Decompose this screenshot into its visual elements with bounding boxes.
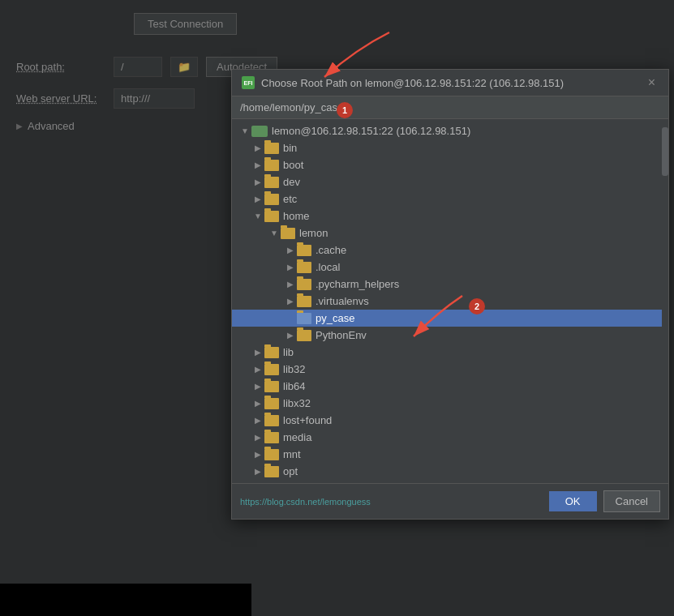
virtualenvs-folder-icon [297,296,311,307]
etc-arrow-icon: ▶ [251,195,264,203]
lib32-folder-icon [264,364,279,375]
dialog-title-bar: EFI Choose Root Path on lemon@106.12.98.… [232,70,668,96]
tree-item-etc[interactable]: ▶ etc [232,190,668,207]
annotation-badge-1: 1 [337,102,353,118]
mnt-label: mnt [283,448,301,460]
pythonenv-label: PythonEnv [316,329,367,341]
py-case-label: py_case [316,312,354,324]
lostfound-folder-icon [264,415,279,426]
lostfound-arrow-icon: ▶ [251,416,264,425]
lib32-arrow-icon: ▶ [251,365,264,374]
tree-item-lib64[interactable]: ▶ lib64 [232,378,668,395]
local-label: .local [316,261,340,273]
pythonenv-arrow-icon: ▶ [284,331,297,340]
home-arrow-icon: ▼ [251,212,264,220]
tree-item-lib[interactable]: ▶ lib [232,344,668,361]
dev-arrow-icon: ▶ [251,178,264,186]
virtualenvs-arrow-icon: ▶ [284,297,297,306]
tree-item-virtualenvs[interactable]: ▶ .virtualenvs [232,293,668,310]
pycharm-helpers-arrow-icon: ▶ [284,280,297,289]
lib64-label: lib64 [283,380,305,392]
mnt-folder-icon [264,449,279,460]
tree-item-pycharm-helpers[interactable]: ▶ .pycharm_helpers [232,276,668,293]
opt-label: opt [283,465,298,477]
annotation-badge-2: 2 [469,298,485,314]
lib-label: lib [283,346,294,358]
tree-item-mnt[interactable]: ▶ mnt [232,446,668,463]
media-arrow-icon: ▶ [251,433,264,442]
boot-label: boot [283,159,303,171]
lemon-label: lemon [299,227,328,239]
tree-item-pythonenv[interactable]: ▶ PythonEnv [232,327,668,344]
dialog-path-bar: /home/lemon/py_case [232,96,668,119]
lemon-arrow-icon: ▼ [268,229,281,237]
pycharm-helpers-label: .pycharm_helpers [316,278,399,290]
server-root-label: lemon@106.12.98.151:22 (106.12.98.151) [272,125,470,137]
dialog-title-icon: EFI [242,76,255,89]
cache-folder-icon [297,245,311,256]
footer-link[interactable]: https://blog.csdn.net/lemonguess [240,497,371,507]
home-folder-icon [264,211,279,222]
ok-button[interactable]: OK [549,491,597,511]
choose-root-path-dialog: EFI Choose Root Path on lemon@106.12.98.… [231,69,669,520]
tree-item-bin[interactable]: ▶ bin [232,139,668,156]
tree-item-opt[interactable]: ▶ opt [232,463,668,480]
dialog-title-text: Choose Root Path on lemon@106.12.98.151:… [261,77,638,89]
lib-arrow-icon: ▶ [251,348,264,357]
home-label: home [283,210,310,222]
dialog-close-button[interactable]: × [645,76,659,89]
local-arrow-icon: ▶ [284,263,297,272]
lemon-folder-icon [281,228,295,239]
bin-label: bin [283,142,297,154]
pycharm-helpers-folder-icon [297,279,311,290]
bin-arrow-icon: ▶ [251,143,264,152]
lib32-label: lib32 [283,363,305,375]
media-label: media [283,431,311,443]
tree-item-home[interactable]: ▼ home [232,207,668,225]
dialog-footer: https://blog.csdn.net/lemonguess OK Canc… [232,483,668,519]
cancel-button[interactable]: Cancel [603,490,660,512]
cache-label: .cache [316,244,346,256]
tree-item-media[interactable]: ▶ media [232,429,668,446]
boot-arrow-icon: ▶ [251,160,264,169]
opt-folder-icon [264,466,279,477]
mnt-arrow-icon: ▶ [251,450,264,459]
server-icon [251,126,268,137]
lib64-arrow-icon: ▶ [251,382,264,391]
server-root-arrow-icon: ▼ [238,126,251,135]
py-case-folder-icon [297,313,311,324]
scrollbar-thumb[interactable] [662,127,668,176]
tree-item-server-root[interactable]: ▼ lemon@106.12.98.151:22 (106.12.98.151) [232,122,668,139]
dev-folder-icon [264,177,279,188]
dev-label: dev [283,176,300,188]
dialog-tree[interactable]: ▼ lemon@106.12.98.151:22 (106.12.98.151)… [232,119,668,483]
opt-arrow-icon: ▶ [251,467,264,476]
pythonenv-folder-icon [297,330,311,341]
cache-arrow-icon: ▶ [284,246,297,255]
tree-item-lemon[interactable]: ▼ lemon [232,225,668,242]
libx32-folder-icon [264,398,279,409]
boot-folder-icon [264,160,279,171]
tree-item-lib32[interactable]: ▶ lib32 [232,361,668,378]
libx32-arrow-icon: ▶ [251,399,264,408]
libx32-label: libx32 [283,397,311,409]
tree-item-libx32[interactable]: ▶ libx32 [232,395,668,412]
lib64-folder-icon [264,381,279,392]
media-folder-icon [264,432,279,443]
lostfound-label: lost+found [283,414,332,426]
tree-item-boot[interactable]: ▶ boot [232,156,668,173]
tree-item-local[interactable]: ▶ .local [232,259,668,276]
etc-label: etc [283,193,297,205]
tree-item-lostfound[interactable]: ▶ lost+found [232,412,668,429]
tree-item-py-case[interactable]: py_case [232,310,668,327]
scrollbar-track [662,119,668,483]
local-folder-icon [297,262,311,273]
bin-folder-icon [264,143,279,154]
etc-folder-icon [264,194,279,205]
tree-item-cache[interactable]: ▶ .cache [232,242,668,259]
tree-item-dev[interactable]: ▶ dev [232,173,668,190]
virtualenvs-label: .virtualenvs [316,295,369,307]
lib-folder-icon [264,347,279,358]
